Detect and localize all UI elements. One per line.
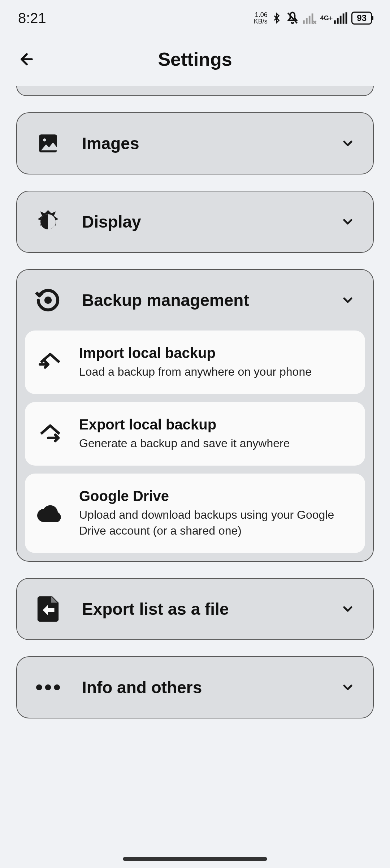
section-export-file: Export list as a file xyxy=(16,578,374,640)
svg-rect-5 xyxy=(337,18,339,24)
backup-sub-items: Import local backup Load a backup from a… xyxy=(17,331,373,561)
import-title: Import local backup xyxy=(79,345,351,361)
export-desc: Generate a backup and save it anywhere xyxy=(79,436,351,451)
google-drive-backup[interactable]: Google Drive Upload and download backups… xyxy=(25,474,365,553)
section-title-export-file: Export list as a file xyxy=(82,599,341,619)
status-time: 8:21 xyxy=(18,10,46,26)
section-title-info: Info and others xyxy=(82,678,341,697)
page-title: Settings xyxy=(158,48,232,70)
status-bar: 8:21 1.06 KB/s 4G+ 93 xyxy=(0,0,390,36)
section-header-images[interactable]: Images xyxy=(17,113,373,174)
svg-rect-4 xyxy=(334,20,336,24)
svg-point-13 xyxy=(36,685,42,691)
svg-rect-1 xyxy=(306,18,308,24)
svg-rect-2 xyxy=(309,16,311,24)
svg-rect-8 xyxy=(346,12,347,24)
svg-rect-3 xyxy=(312,13,313,24)
export-title: Export local backup xyxy=(79,416,351,433)
settings-content: Images Display Backup management xyxy=(0,86,390,718)
bluetooth-icon xyxy=(271,11,282,25)
signal-strong-group: 4G+ xyxy=(320,14,334,22)
section-backup: Backup management Import local backup Lo… xyxy=(16,269,374,562)
import-icon xyxy=(36,348,65,377)
section-display: Display xyxy=(16,191,374,253)
section-header-backup[interactable]: Backup management xyxy=(17,270,373,331)
signal-weak-icon xyxy=(303,12,317,24)
section-title-backup: Backup management xyxy=(82,290,341,310)
chevron-down-icon xyxy=(341,215,355,229)
more-dots-icon xyxy=(35,674,61,700)
section-images: Images xyxy=(16,112,374,174)
import-desc: Load a backup from anywhere on your phon… xyxy=(79,364,351,380)
app-header: Settings xyxy=(0,36,390,86)
svg-rect-6 xyxy=(340,16,342,24)
export-icon xyxy=(36,419,65,448)
file-export-icon xyxy=(35,596,61,622)
chevron-down-icon xyxy=(341,602,355,616)
mute-icon xyxy=(286,11,299,25)
drive-desc: Upload and download backups using your G… xyxy=(79,507,351,538)
chevron-down-icon xyxy=(341,293,355,307)
section-title-images: Images xyxy=(82,134,341,153)
svg-point-14 xyxy=(45,685,51,691)
display-icon xyxy=(35,209,61,235)
section-header-info[interactable]: Info and others xyxy=(17,657,373,718)
battery-indicator: 93 xyxy=(351,12,372,25)
svg-rect-0 xyxy=(303,20,305,24)
svg-point-12 xyxy=(46,298,50,302)
export-local-backup[interactable]: Export local backup Generate a backup an… xyxy=(25,402,365,466)
cloud-icon xyxy=(36,499,65,528)
import-local-backup[interactable]: Import local backup Load a backup from a… xyxy=(25,331,365,394)
svg-rect-7 xyxy=(343,13,344,24)
navigation-handle[interactable] xyxy=(123,857,267,861)
svg-point-10 xyxy=(43,138,46,141)
signal-strong-icon xyxy=(334,12,348,24)
partial-section-above[interactable] xyxy=(16,86,374,96)
network-speed: 1.06 KB/s xyxy=(254,12,268,25)
svg-point-15 xyxy=(54,685,60,691)
back-button[interactable] xyxy=(18,51,35,68)
images-icon xyxy=(35,130,61,156)
backup-restore-icon xyxy=(35,287,61,313)
chevron-down-icon xyxy=(341,680,355,695)
section-title-display: Display xyxy=(82,212,341,232)
drive-title: Google Drive xyxy=(79,488,351,504)
section-header-export-file[interactable]: Export list as a file xyxy=(17,579,373,639)
section-header-display[interactable]: Display xyxy=(17,191,373,252)
section-info: Info and others xyxy=(16,656,374,718)
status-indicators: 1.06 KB/s 4G+ 93 xyxy=(254,11,372,25)
chevron-down-icon xyxy=(341,136,355,151)
